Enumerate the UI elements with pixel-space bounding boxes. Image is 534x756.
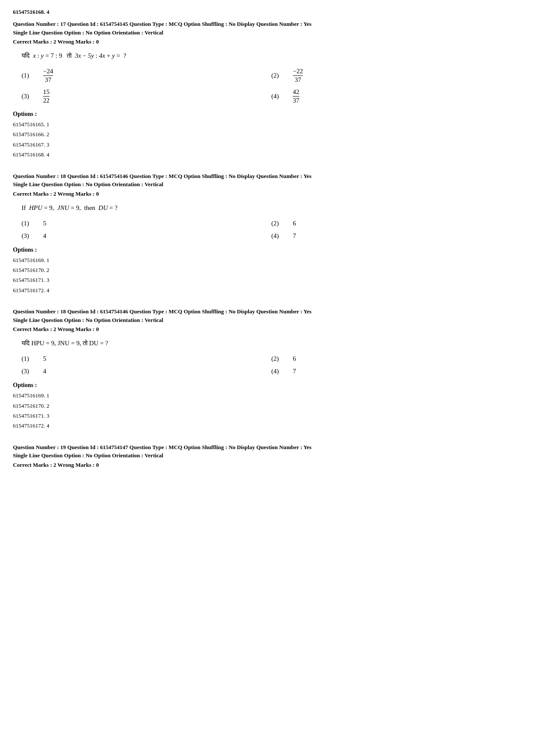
- q17-option-id-1: 61547516165. 1: [13, 119, 521, 129]
- q17-opt3-numerator: 15: [43, 88, 50, 97]
- q17-opt4-denominator: 37: [293, 97, 299, 104]
- top-id: 61547516168. 4: [13, 9, 521, 16]
- q18a-option-id-2: 61547516170. 2: [13, 265, 521, 275]
- q17-opt3-denominator: 22: [43, 97, 50, 104]
- q18b-meta-line1: Question Number : 18 Question Id : 61547…: [13, 307, 521, 316]
- q18b-opt4-num: (4): [271, 368, 284, 375]
- q17-option-id-3: 61547516167. 3: [13, 140, 521, 150]
- q18a-opt1-val: 5: [43, 220, 47, 227]
- q18b-options-grid: (1) 5 (2) 6 (3) 4 (4) 7: [22, 355, 512, 375]
- q18a-option-3: (3) 4: [22, 232, 263, 240]
- q18b-opt4-val: 7: [293, 368, 296, 375]
- q18a-opt4-num: (4): [271, 232, 284, 240]
- q18a-option-id-4: 61547516172. 4: [13, 285, 521, 295]
- question-17: Question Number : 17 Question Id : 61547…: [13, 20, 521, 160]
- q17-option-4: (4) 42 37: [271, 88, 512, 104]
- q17-opt2-num: (2): [271, 72, 284, 79]
- q17-options-grid: (1) −24 37 (2) −22 37 (3) 15 22 (4) 42: [22, 68, 512, 104]
- q18b-option-id-2: 61547516170. 2: [13, 401, 521, 411]
- q18b-opt2-num: (2): [271, 355, 284, 362]
- q18b-opt3-num: (3): [22, 368, 34, 375]
- q17-meta-line1: Question Number : 17 Question Id : 61547…: [13, 20, 521, 28]
- q18b-option-4: (4) 7: [271, 368, 512, 375]
- q18b-opt2-val: 6: [293, 355, 296, 362]
- q17-options-list: 61547516165. 1 61547516166. 2 6154751616…: [13, 119, 521, 160]
- q18b-options-label: Options :: [13, 382, 521, 389]
- q19-meta: Question Number : 19 Question Id : 61547…: [13, 443, 521, 460]
- q17-opt3-num: (3): [22, 93, 34, 100]
- q17-opt4-num: (4): [271, 93, 284, 100]
- q17-marks: Correct Marks : 2 Wrong Marks : 0: [13, 38, 521, 45]
- q17-opt1-numerator: −24: [43, 68, 53, 76]
- q18b-text: यदि HPU = 9, JNU = 9, तो DU = ?: [22, 338, 521, 348]
- q18a-meta: Question Number : 18 Question Id : 61547…: [13, 172, 521, 189]
- q18b-opt1-num: (1): [22, 355, 34, 362]
- q18a-opt2-val: 6: [293, 220, 296, 227]
- q17-option-1: (1) −24 37: [22, 68, 263, 83]
- q18b-option-id-3: 61547516171. 3: [13, 411, 521, 421]
- q18a-options-label: Options :: [13, 247, 521, 253]
- q18a-marks: Correct Marks : 2 Wrong Marks : 0: [13, 191, 521, 197]
- q19-marks: Correct Marks : 2 Wrong Marks : 0: [13, 462, 521, 469]
- q18b-option-1: (1) 5: [22, 355, 263, 362]
- q18b-meta-line2: Single Line Question Option : No Option …: [13, 316, 521, 325]
- q18b-opt3-val: 4: [43, 368, 47, 375]
- q19-meta-line1: Question Number : 19 Question Id : 61547…: [13, 443, 521, 452]
- q18a-opt2-num: (2): [271, 220, 284, 227]
- q18b-meta: Question Number : 18 Question Id : 61547…: [13, 307, 521, 324]
- q17-option-3: (3) 15 22: [22, 88, 263, 104]
- q18b-marks: Correct Marks : 2 Wrong Marks : 0: [13, 326, 521, 333]
- q18a-text: If HPU = 9, JNU = 9, then DU = ?: [22, 203, 521, 213]
- q17-meta-line2: Single Line Question Option : No Option …: [13, 28, 521, 37]
- question-18-hindi: Question Number : 18 Question Id : 61547…: [13, 307, 521, 431]
- q17-option-id-4: 61547516168. 4: [13, 150, 521, 159]
- q18a-opt1-num: (1): [22, 220, 34, 227]
- q17-opt3-fraction: 15 22: [43, 88, 50, 104]
- q18a-option-4: (4) 7: [271, 232, 512, 240]
- q18a-option-1: (1) 5: [22, 220, 263, 227]
- q17-option-id-2: 61547516166. 2: [13, 129, 521, 139]
- q17-option-2: (2) −22 37: [271, 68, 512, 83]
- q18b-option-id-1: 61547516169. 1: [13, 390, 521, 400]
- q17-opt4-fraction: 42 37: [293, 88, 299, 104]
- q18b-options-list: 61547516169. 1 61547516170. 2 6154751617…: [13, 390, 521, 431]
- q18a-option-id-1: 61547516169. 1: [13, 255, 521, 265]
- q18a-meta-line1: Question Number : 18 Question Id : 61547…: [13, 172, 521, 181]
- q18a-opt3-num: (3): [22, 232, 34, 240]
- q18a-opt3-val: 4: [43, 232, 47, 240]
- q19-meta-line2: Single Line Question Option : No Option …: [13, 451, 521, 460]
- q18b-opt1-val: 5: [43, 355, 47, 362]
- q17-opt2-numerator: −22: [293, 68, 303, 76]
- q18a-meta-line2: Single Line Question Option : No Option …: [13, 180, 521, 189]
- q18a-options-list: 61547516169. 1 61547516170. 2 6154751617…: [13, 255, 521, 296]
- q17-opt1-num: (1): [22, 72, 34, 79]
- q17-options-label: Options :: [13, 111, 521, 118]
- q17-opt2-denominator: 37: [295, 76, 301, 84]
- q17-opt4-numerator: 42: [293, 88, 299, 97]
- q17-opt1-denominator: 37: [45, 76, 51, 84]
- q18b-option-2: (2) 6: [271, 355, 512, 362]
- q18a-opt4-val: 7: [293, 232, 296, 240]
- q18a-options-grid: (1) 5 (2) 6 (3) 4 (4) 7: [22, 220, 512, 240]
- q18a-option-2: (2) 6: [271, 220, 512, 227]
- question-18-english: Question Number : 18 Question Id : 61547…: [13, 172, 521, 296]
- q17-meta: Question Number : 17 Question Id : 61547…: [13, 20, 521, 37]
- question-19: Question Number : 19 Question Id : 61547…: [13, 443, 521, 469]
- q17-text: यदि x : y = 7 : 9 तो 3x − 5y : 4x + y = …: [22, 50, 521, 61]
- q18b-option-id-4: 61547516172. 4: [13, 421, 521, 431]
- q17-opt2-fraction: −22 37: [293, 68, 303, 83]
- q18b-option-3: (3) 4: [22, 368, 263, 375]
- q18a-option-id-3: 61547516171. 3: [13, 275, 521, 285]
- q17-opt1-fraction: −24 37: [43, 68, 53, 83]
